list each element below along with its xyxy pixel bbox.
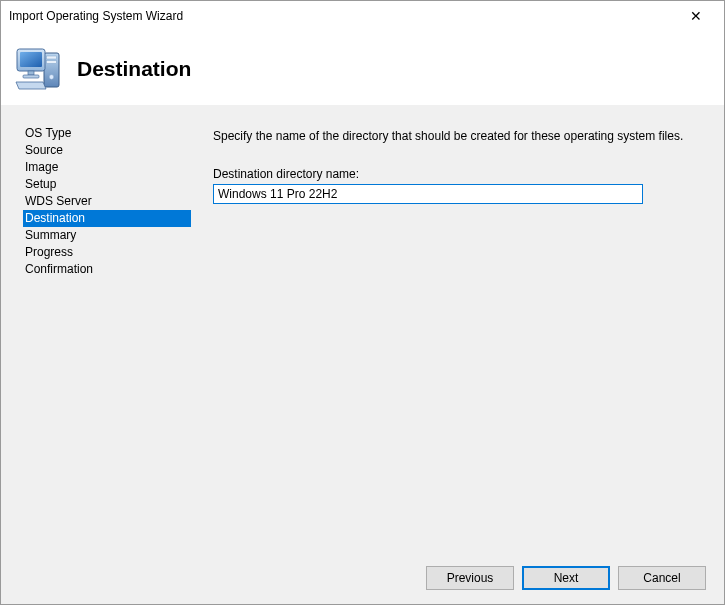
wizard-body: OS Type Source Image Setup WDS Server De… [1,105,724,604]
svg-rect-1 [47,56,57,59]
steps-sidebar: OS Type Source Image Setup WDS Server De… [1,105,191,604]
svg-rect-6 [28,71,34,75]
dirname-label: Destination directory name: [213,167,700,181]
next-button[interactable]: Next [522,566,610,590]
instruction-text: Specify the name of the directory that s… [213,129,700,143]
svg-rect-2 [47,61,57,64]
previous-button[interactable]: Previous [426,566,514,590]
step-source[interactable]: Source [23,142,191,159]
window-title: Import Operating System Wizard [9,9,676,23]
step-destination[interactable]: Destination [23,210,191,227]
button-row: Previous Next Cancel [426,566,706,590]
step-os-type[interactable]: OS Type [23,125,191,142]
cancel-button[interactable]: Cancel [618,566,706,590]
step-setup[interactable]: Setup [23,176,191,193]
wizard-content: Specify the name of the directory that s… [191,105,724,604]
dirname-input[interactable] [213,184,643,204]
svg-rect-5 [20,52,42,67]
step-image[interactable]: Image [23,159,191,176]
titlebar: Import Operating System Wizard ✕ [1,1,724,31]
step-summary[interactable]: Summary [23,227,191,244]
step-wds-server[interactable]: WDS Server [23,193,191,210]
svg-point-3 [49,75,54,80]
close-icon: ✕ [690,8,702,24]
step-progress[interactable]: Progress [23,244,191,261]
close-button[interactable]: ✕ [676,2,716,30]
svg-rect-7 [23,75,39,78]
wizard-header: Destination [1,31,724,105]
page-title: Destination [77,55,191,81]
computer-icon [15,45,63,91]
step-confirmation[interactable]: Confirmation [23,261,191,278]
